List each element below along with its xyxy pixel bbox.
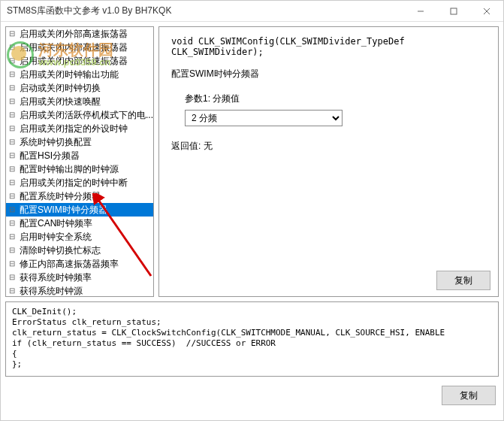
window-controls	[404, 1, 503, 22]
detail-panel: void CLK_SWIMConfig(CLK_SWIMDivider_Type…	[158, 26, 499, 297]
parameter-label: 参数1: 分频值	[185, 92, 486, 105]
tree-item[interactable]: 清除时钟切换忙标志	[6, 244, 153, 257]
svg-rect-1	[451, 8, 457, 14]
tree-item[interactable]: 修正内部高速振荡器频率	[6, 257, 153, 271]
function-tree[interactable]: 启用或关闭外部高速振荡器启用或关闭内部高速振荡器启用或关闭内部低速振荡器启用或关…	[5, 26, 154, 297]
maximize-button[interactable]	[437, 1, 470, 22]
tree-item[interactable]: 启动或关闭时钟切换	[6, 81, 153, 95]
function-signature: void CLK_SWIMConfig(CLK_SWIMDivider_Type…	[171, 36, 486, 57]
minimize-button[interactable]	[404, 1, 437, 22]
tree-item[interactable]: 获得系统时钟源	[6, 284, 153, 297]
tree-item[interactable]: 配置SWIM时钟分频器	[6, 203, 153, 217]
app-window: STM8S库函数中文参考 v1.0 By BH7KQK 河东软件园 www.pc…	[0, 0, 504, 421]
tree-item[interactable]: 配置时钟输出脚的时钟源	[6, 162, 153, 176]
tree-item[interactable]: 获得系统时钟频率	[6, 271, 153, 284]
tree-item[interactable]: 系统时钟切换配置	[6, 135, 153, 149]
tree-item[interactable]: 启用或关闭指定的外设时钟	[6, 122, 153, 135]
tree-item[interactable]: 启用或关闭时钟输出功能	[6, 68, 153, 81]
tree-item[interactable]: 启用或关闭快速唤醒	[6, 95, 153, 108]
tree-item[interactable]: 配置HSI分频器	[6, 149, 153, 162]
return-value: 返回值: 无	[171, 140, 486, 153]
copy-button-detail[interactable]: 复制	[436, 271, 490, 290]
tree-item[interactable]: 启用或关闭活跃停机模式下的电...	[6, 108, 153, 122]
tree-item[interactable]: 启用或关闭指定的时钟中断	[6, 176, 153, 189]
content-area: 河东软件园 www.pc0359.cn 启用或关闭外部高速振荡器启用或关闭内部高…	[1, 22, 503, 420]
window-title: STM8S库函数中文参考 v1.0 By BH7KQK	[7, 5, 404, 17]
tree-item[interactable]: 启用或关闭内部低速振荡器	[6, 54, 153, 68]
tree-item[interactable]: 配置系统时钟分频器	[6, 189, 153, 203]
tree-item[interactable]: 配置CAN时钟频率	[6, 217, 153, 230]
tree-item[interactable]: 启用或关闭外部高速振荡器	[6, 27, 153, 41]
parameter-select[interactable]: 2 分频	[185, 110, 343, 126]
code-output[interactable]: CLK_DeInit(); ErrorStatus clk_return_sta…	[5, 301, 499, 377]
parameter-block: 参数1: 分频值 2 分频	[185, 92, 486, 126]
copy-button-code[interactable]: 复制	[442, 386, 496, 405]
tree-item[interactable]: 启用或关闭内部高速振荡器	[6, 41, 153, 54]
tree-item[interactable]: 启用时钟安全系统	[6, 230, 153, 244]
close-button[interactable]	[470, 1, 503, 22]
lower-section: CLK_DeInit(); ErrorStatus clk_return_sta…	[5, 301, 499, 407]
titlebar: STM8S库函数中文参考 v1.0 By BH7KQK	[1, 1, 503, 22]
function-description: 配置SWIM时钟分频器	[171, 68, 486, 80]
upper-section: 启用或关闭外部高速振荡器启用或关闭内部高速振荡器启用或关闭内部低速振荡器启用或关…	[5, 26, 499, 297]
